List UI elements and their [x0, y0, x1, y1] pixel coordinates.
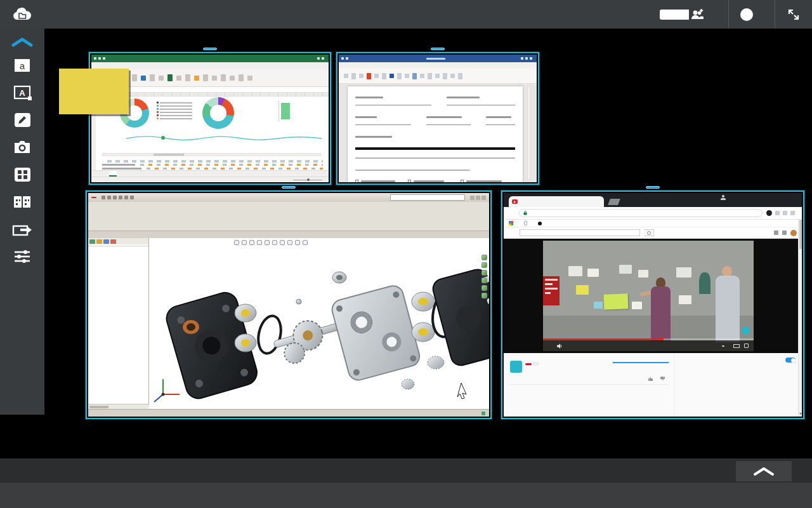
solidworks-logo [91, 197, 96, 198]
command-manager-tabs [88, 231, 489, 238]
chrome-profile-avatar[interactable] [766, 210, 772, 216]
checkbox-row [355, 180, 515, 182]
extension-icon[interactable] [790, 211, 795, 215]
profile-icon[interactable] [721, 195, 726, 200]
sidebar-item-note[interactable]: a [0, 57, 44, 76]
participant-count-badge[interactable] [660, 10, 689, 20]
thumbs-down-icon[interactable] [660, 377, 665, 381]
video-player-region[interactable] [504, 239, 802, 353]
person-2-body [716, 276, 740, 342]
subscriber-count [534, 363, 539, 365]
new-tab-button[interactable] [608, 199, 620, 205]
excel-sheet-tabs [91, 170, 329, 177]
sentiment-bar [613, 362, 669, 363]
channel-row [510, 361, 669, 373]
secure-lock-icon [523, 211, 527, 215]
topbar-divider [728, 0, 729, 29]
nureva-watermark[interactable] [742, 326, 750, 335]
controls-sliders-icon [11, 248, 33, 265]
apps-grid-icon[interactable] [509, 221, 513, 225]
chart-scrollbar[interactable] [102, 153, 321, 156]
help-button[interactable] [740, 8, 753, 21]
channel-logo[interactable] [510, 361, 522, 373]
video-frame[interactable] [543, 241, 754, 351]
extension-icon[interactable] [783, 211, 787, 215]
browser-tab[interactable] [509, 196, 604, 207]
tree-filter[interactable] [88, 244, 148, 246]
word-document-area[interactable] [339, 84, 537, 182]
excel-status-bar [91, 177, 329, 182]
tool-sidebar: a A [0, 29, 44, 415]
window-controls[interactable] [470, 196, 486, 200]
autoplay-toggle[interactable] [785, 358, 796, 363]
task-pane-icons[interactable] [481, 255, 488, 298]
status-indicator [481, 411, 485, 415]
thumbs-up-icon[interactable] [648, 377, 653, 381]
video-info-column [504, 353, 674, 417]
quick-access-toolbar[interactable] [102, 196, 134, 199]
placeholder-text-line [355, 136, 392, 138]
form-field-row [355, 111, 515, 125]
svg-text:A: A [19, 88, 25, 98]
sticky-note[interactable] [59, 69, 129, 114]
solidworks-status-bar [88, 409, 489, 417]
fullscreen-icon[interactable] [744, 344, 749, 348]
bottom-bar [0, 458, 812, 483]
search-button-icon[interactable] [644, 229, 654, 236]
sidebar-item-sketch[interactable] [0, 111, 44, 130]
shared-screen-word[interactable] [336, 52, 539, 185]
share-label [282, 186, 296, 189]
sidebar-item-group[interactable] [0, 166, 44, 185]
share-label [646, 186, 660, 189]
sidebar-item-text[interactable]: A [0, 84, 44, 103]
extension-icon[interactable] [775, 211, 780, 215]
excel-title-bar [91, 55, 329, 62]
upload-icon[interactable] [774, 231, 778, 235]
word-window [339, 55, 537, 182]
bottom-expand-button[interactable] [736, 461, 792, 481]
theater-mode-icon[interactable] [733, 344, 740, 348]
sidebar-item-screen-share[interactable] [0, 220, 44, 239]
participants-icon[interactable] [689, 8, 705, 21]
chevron-up-icon [750, 465, 778, 477]
bookmarks-bar [504, 220, 802, 227]
checkbox-option[interactable] [355, 180, 408, 182]
sketch-pencil-icon [11, 111, 33, 128]
sidebar-item-controls[interactable] [0, 248, 44, 267]
bar-chart-bar [281, 103, 290, 119]
share-label [203, 48, 217, 50]
address-bar[interactable] [519, 209, 763, 217]
youtube-favicon [512, 199, 518, 204]
zoom-controls[interactable] [293, 180, 325, 180]
feature-manager-tree[interactable] [88, 238, 149, 404]
checkbox-option[interactable] [461, 180, 513, 182]
search-community-input[interactable] [390, 194, 465, 201]
sheet-tab[interactable] [109, 171, 117, 177]
app-stage: a A [0, 0, 812, 508]
canvases-logo-icon[interactable] [13, 7, 32, 22]
document-scrollbar[interactable] [527, 86, 530, 180]
solidworks-viewport[interactable] [88, 238, 489, 409]
tree-panel-tabs[interactable] [88, 238, 148, 244]
sidebar-item-image[interactable] [0, 138, 44, 157]
sidebar-item-template[interactable] [0, 193, 44, 212]
page-scrollbar[interactable] [798, 218, 802, 417]
fullscreen-expand-button[interactable] [787, 8, 801, 22]
view-heads-up-toolbar[interactable] [234, 240, 308, 245]
tree-horizontal-scrollbar[interactable] [88, 404, 149, 409]
template-icon [11, 193, 33, 210]
captions-button[interactable] [722, 345, 724, 347]
solidworks-title-bar [88, 193, 489, 202]
shared-screen-solidworks[interactable] [86, 190, 492, 419]
subscribe-button[interactable] [525, 363, 532, 365]
checkbox-option[interactable] [408, 180, 461, 182]
volume-icon[interactable] [557, 344, 563, 349]
solidworks-window [88, 193, 489, 417]
top-bar [0, 0, 812, 29]
youtube-avatar[interactable] [790, 230, 797, 236]
youtube-search-input[interactable] [520, 229, 640, 236]
sidebar-collapse-chevron[interactable] [10, 36, 35, 48]
magazine-cover [543, 276, 560, 305]
notifications-bell-icon[interactable] [782, 231, 787, 235]
shared-screen-youtube[interactable] [501, 190, 804, 419]
